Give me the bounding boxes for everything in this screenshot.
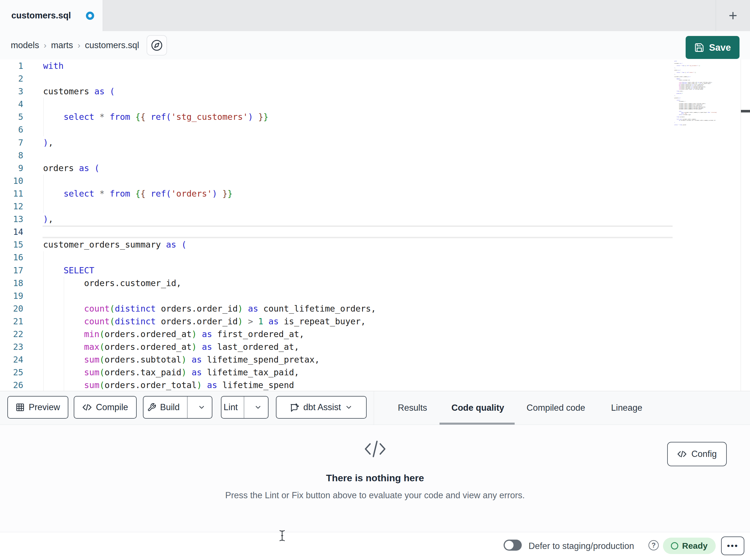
code-line[interactable]: 4 <box>0 98 750 110</box>
line-number: 16 <box>0 251 34 264</box>
line-number: 20 <box>0 302 34 315</box>
save-button[interactable]: Save <box>686 36 739 59</box>
build-label: Build <box>160 402 180 412</box>
code-editor[interactable]: 1with2 3customers as (4 5 select * from … <box>0 60 750 391</box>
save-label: Save <box>709 42 731 53</box>
ready-label: Ready <box>682 541 708 551</box>
editor-minimap[interactable]: with customers as ( select * from {{ ref… <box>674 61 741 188</box>
line-number: 7 <box>0 136 34 149</box>
code-xml-icon <box>361 437 389 461</box>
defer-label: Defer to staging/production <box>529 541 634 551</box>
code-line[interactable]: 13), <box>0 213 750 226</box>
tab-compiled-code[interactable]: Compiled code <box>527 391 585 424</box>
line-number: 4 <box>0 98 34 110</box>
line-number: 5 <box>0 110 34 123</box>
line-content: ), <box>43 136 53 149</box>
code-line[interactable]: 5 select * from {{ ref('stg_customers') … <box>0 110 750 123</box>
code-line[interactable]: 14 <box>0 226 750 238</box>
line-number: 6 <box>0 123 34 136</box>
line-content: sum(orders.subtotal) as lifetime_spend_p… <box>43 353 320 366</box>
code-line[interactable]: 1with <box>0 60 750 72</box>
line-content <box>43 72 48 85</box>
code-line[interactable]: 12 <box>0 200 750 213</box>
code-line[interactable]: 21 count(distinct orders.order_id) > 1 a… <box>0 315 750 328</box>
new-tab-button[interactable]: + <box>716 0 750 31</box>
preview-label: Preview <box>28 402 60 412</box>
code-line[interactable]: 7), <box>0 136 750 149</box>
breadcrumb-separator-icon: › <box>77 41 80 50</box>
code-line[interactable]: 18 orders.customer_id, <box>0 277 750 290</box>
assist-chat-sparkle-icon <box>290 402 299 412</box>
lint-main[interactable]: Lint <box>221 402 240 412</box>
code-line[interactable]: 23 max(orders.ordered_at) as last_ordere… <box>0 340 750 353</box>
line-number: 18 <box>0 277 34 290</box>
preview-button[interactable]: Preview <box>7 396 68 419</box>
code-line[interactable]: 22 min(orders.ordered_at) as first_order… <box>0 328 750 340</box>
line-content <box>43 251 48 264</box>
line-number: 19 <box>0 290 34 302</box>
dbt-assist-button[interactable]: dbt Assist <box>276 396 367 419</box>
tab-code-quality[interactable]: Code quality <box>451 391 504 424</box>
code-line[interactable]: 24 sum(orders.subtotal) as lifetime_spen… <box>0 353 750 366</box>
breadcrumb-marts[interactable]: marts <box>51 40 73 50</box>
line-number: 22 <box>0 328 34 340</box>
line-number: 13 <box>0 213 34 226</box>
help-icon[interactable]: ? <box>649 540 659 551</box>
line-number: 1 <box>0 60 34 72</box>
tab-lineage-label: Lineage <box>611 403 642 413</box>
build-dropdown[interactable] <box>191 403 212 411</box>
compile-label: Compile <box>96 402 128 412</box>
code-icon <box>82 402 92 412</box>
empty-state: There is nothing here Press the Lint or … <box>0 425 750 500</box>
split-divider <box>187 397 188 418</box>
code-line[interactable]: 19 <box>0 290 750 302</box>
code-line[interactable]: 10 <box>0 174 750 187</box>
compass-icon <box>151 39 163 51</box>
lint-split-button[interactable]: Lint <box>221 396 269 419</box>
line-content: with <box>43 60 63 72</box>
code-line[interactable]: 11 select * from {{ ref('orders') }} <box>0 187 750 200</box>
line-content: customer_orders_summary as ( <box>43 238 186 251</box>
compile-button[interactable]: Compile <box>74 396 137 419</box>
plus-icon: + <box>729 7 737 24</box>
minimap-content: with customers as ( select * from {{ ref… <box>674 61 739 125</box>
ready-circle-icon <box>671 542 678 549</box>
build-split-button[interactable]: Build <box>143 396 212 419</box>
line-content: orders.customer_id, <box>43 277 181 290</box>
code-line[interactable]: 20 count(distinct orders.order_id) as co… <box>0 302 750 315</box>
code-line[interactable]: 17 SELECT <box>0 264 750 277</box>
build-main[interactable]: Build <box>143 402 183 412</box>
code-quality-panel: There is nothing here Press the Lint or … <box>0 425 750 532</box>
code-line[interactable]: 26 sum(orders.order_total) as lifetime_s… <box>0 379 750 391</box>
defer-toggle[interactable] <box>504 540 522 551</box>
tab-customers-sql[interactable]: customers.sql <box>0 0 103 31</box>
lint-dropdown[interactable] <box>248 403 268 411</box>
breadcrumb-models[interactable]: models <box>11 40 39 50</box>
code-line[interactable]: 25 sum(orders.tax_paid) as lifetime_tax_… <box>0 366 750 379</box>
tab-lineage[interactable]: Lineage <box>611 391 642 424</box>
more-options-button[interactable]: ••• <box>721 537 744 555</box>
line-number: 21 <box>0 315 34 328</box>
line-number: 9 <box>0 162 34 174</box>
code-line[interactable]: 2 <box>0 72 750 85</box>
assist-label: dbt Assist <box>303 402 341 412</box>
open-lineage-compass-button[interactable] <box>146 35 167 56</box>
code-line[interactable]: 16 <box>0 251 750 264</box>
chevron-down-icon <box>254 403 262 411</box>
config-button[interactable]: Config <box>667 442 727 466</box>
line-content: sum(orders.tax_paid) as lifetime_tax_pai… <box>43 366 299 379</box>
code-line[interactable]: 15customer_orders_summary as ( <box>0 238 750 251</box>
code-line[interactable]: 8 <box>0 149 750 162</box>
empty-state-title: There is nothing here <box>326 473 424 483</box>
split-divider <box>244 397 244 418</box>
code-line[interactable]: 3customers as ( <box>0 85 750 98</box>
line-content: count(distinct orders.order_id) as count… <box>43 302 376 315</box>
status-bar: Defer to staging/production ? Ready ••• <box>0 532 750 559</box>
tab-results[interactable]: Results <box>398 391 427 424</box>
code-line[interactable]: 6 <box>0 123 750 136</box>
toggle-knob <box>505 541 514 549</box>
code-line[interactable]: 9orders as ( <box>0 162 750 174</box>
line-content: count(distinct orders.order_id) > 1 as i… <box>43 315 366 328</box>
line-content <box>43 290 48 302</box>
line-content <box>43 174 48 187</box>
